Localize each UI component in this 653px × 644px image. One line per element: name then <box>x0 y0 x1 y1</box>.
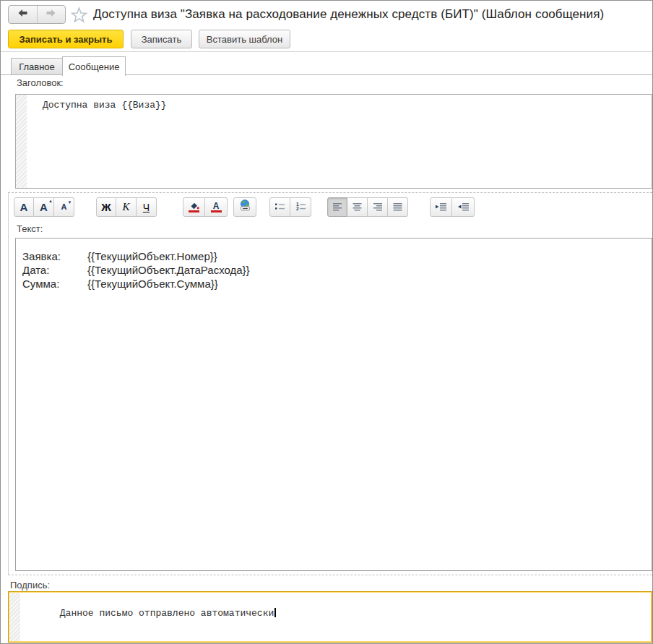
indent-decrease-button[interactable] <box>452 197 475 217</box>
editor-gutter <box>16 95 27 188</box>
splitter-above-signature[interactable] <box>8 575 652 575</box>
header-field-label: Заголовок: <box>17 77 64 88</box>
editor-gutter <box>9 593 20 641</box>
indent-increase-icon <box>435 201 447 214</box>
body-row-label: Дата: <box>22 263 87 277</box>
triangle-down-icon: ▼ <box>68 200 72 205</box>
insert-link-button[interactable] <box>233 197 256 217</box>
color-button-group: А <box>183 197 228 217</box>
red-color-bar <box>211 210 222 212</box>
align-left-button[interactable] <box>327 197 347 217</box>
link-button-group <box>233 197 256 217</box>
text-caret <box>274 608 276 617</box>
tab-main[interactable]: Главное <box>11 58 63 75</box>
body-text-content: Заявка:{{ТекущийОбъект.Номер}} Дата:{{Те… <box>22 249 250 291</box>
align-center-button[interactable] <box>347 197 368 217</box>
italic-button[interactable]: К <box>116 197 137 217</box>
indent-button-group <box>430 197 475 217</box>
numbered-list-button[interactable]: 1 2 <box>290 197 311 217</box>
signature-text-editor[interactable]: Данное письмо отправлено автоматически <box>8 591 652 643</box>
back-arrow-icon <box>17 8 28 21</box>
signature-field-label: Подпись: <box>10 580 50 591</box>
alignment-button-group <box>327 197 408 217</box>
align-center-icon <box>352 201 363 214</box>
favorite-star-icon[interactable] <box>69 6 89 25</box>
back-button[interactable] <box>9 6 37 23</box>
page-title: Доступна виза "Заявка на расходование де… <box>93 7 604 22</box>
align-justify-icon <box>392 201 403 214</box>
insert-template-button[interactable]: Вставить шаблон <box>199 30 290 48</box>
triangle-up-icon: ▲ <box>48 199 53 203</box>
body-row-label: Сумма: <box>22 277 87 291</box>
save-button[interactable]: Записать <box>131 30 192 48</box>
save-and-close-button[interactable]: Записать и закрыть <box>8 30 124 48</box>
body-row: Дата:{{ТекущийОбъект.ДатаРасхода}} <box>22 263 250 277</box>
list-button-group: 1 2 <box>269 197 311 217</box>
bold-button[interactable]: Ж <box>96 197 116 217</box>
underline-button[interactable]: Ч <box>137 197 157 217</box>
forward-arrow-icon <box>46 8 56 21</box>
svg-text:2: 2 <box>296 206 299 211</box>
body-row: Сумма:{{ТекущийОбъект.Сумма}} <box>22 277 250 291</box>
font-color-button[interactable]: А <box>205 197 228 217</box>
body-row-value: {{ТекущийОбъект.Номер}} <box>87 250 217 262</box>
history-nav-group <box>8 5 66 24</box>
font-button-group: А А▲ А▼ <box>14 197 74 217</box>
highlight-color-button[interactable] <box>183 197 205 217</box>
body-row-value: {{ТекущийОбъект.ДатаРасхода}} <box>87 264 250 276</box>
forward-button[interactable] <box>37 6 66 23</box>
font-size-increase-button[interactable]: А▲ <box>34 197 54 217</box>
body-rich-text-editor[interactable]: Заявка:{{ТекущийОбъект.Номер}} Дата:{{Те… <box>15 238 652 571</box>
numbered-list-icon: 1 2 <box>295 201 306 214</box>
header-text-value: Доступна виза {{Виза}} <box>43 100 167 111</box>
paint-bucket-icon <box>189 202 200 212</box>
tab-strip: Главное Сообщение <box>1 56 652 75</box>
indent-decrease-icon <box>457 201 470 214</box>
align-left-icon <box>332 201 343 214</box>
bulleted-list-button[interactable] <box>269 197 290 217</box>
align-right-icon <box>372 201 383 214</box>
body-field-label: Текст: <box>17 223 43 234</box>
align-justify-button[interactable] <box>388 197 408 217</box>
signature-text-value: Данное письмо отправлено автоматически <box>60 608 274 619</box>
bulleted-list-icon <box>274 201 285 214</box>
body-row-label: Заявка: <box>22 249 87 263</box>
font-button[interactable]: А <box>14 197 34 217</box>
font-size-decrease-button[interactable]: А▼ <box>54 197 74 217</box>
body-row-value: {{ТекущийОбъект.Сумма}} <box>87 278 218 290</box>
align-right-button[interactable] <box>368 197 388 217</box>
header-text-editor[interactable]: Доступна виза {{Виза}} <box>15 94 652 189</box>
template-editor-window: Доступна виза "Заявка на расходование де… <box>0 0 653 644</box>
body-row: Заявка:{{ТекущийОбъект.Номер}} <box>22 249 250 263</box>
tab-message[interactable]: Сообщение <box>62 56 126 76</box>
text-style-group: Ж К Ч <box>96 197 157 217</box>
globe-link-icon <box>238 199 252 215</box>
splitter-above-toolbar[interactable] <box>8 192 652 193</box>
editor-frame-border <box>8 193 9 575</box>
command-bar-separator <box>1 51 652 52</box>
indent-increase-button[interactable] <box>430 197 452 217</box>
